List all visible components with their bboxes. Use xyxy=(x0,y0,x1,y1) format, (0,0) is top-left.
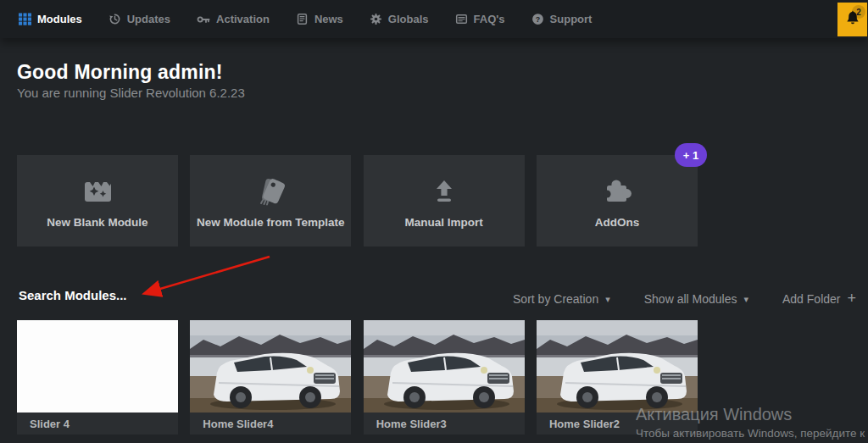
action-cards-row: New Blank Module New Module from Templat… xyxy=(17,155,698,246)
add-folder-button[interactable]: Add Folder + xyxy=(782,290,856,307)
nav-label: Globals xyxy=(388,13,429,25)
module-title: Home Slider4 xyxy=(203,418,273,430)
red-annotation-arrow xyxy=(134,251,280,305)
search-modules-input[interactable]: Search Modules... xyxy=(19,288,127,302)
new-module-from-template-card[interactable]: New Module from Template xyxy=(190,155,351,246)
puzzle-icon xyxy=(600,174,634,209)
caret-down-icon: ▾ xyxy=(743,294,748,305)
addons-count-badge[interactable]: + 1 xyxy=(675,143,707,167)
nav-label: Activation xyxy=(216,13,270,25)
svg-text:?: ? xyxy=(535,15,539,24)
sort-by-dropdown[interactable]: Sort by Creation ▾ xyxy=(513,292,610,306)
question-circle-icon: ? xyxy=(531,13,544,25)
nav-label: News xyxy=(314,13,343,25)
nav-item-globals[interactable]: Globals xyxy=(370,13,429,25)
module-card-home-slider3[interactable]: Home Slider3 xyxy=(364,320,525,435)
nav-label: Support xyxy=(550,13,593,25)
module-title: Home Slider3 xyxy=(376,418,447,430)
sort-by-label: Sort by Creation xyxy=(513,292,598,306)
nav-label: Updates xyxy=(127,13,170,25)
module-title: Home Slider2 xyxy=(549,418,620,430)
notification-count-badge: 2 xyxy=(852,5,865,19)
modules-grid: Slider 4 Home Slider4 Home Slider3 Home … xyxy=(17,320,698,435)
add-folder-label: Add Folder xyxy=(782,292,840,306)
action-card-label: New Module from Template xyxy=(197,216,345,229)
nav-label: Modules xyxy=(37,13,82,25)
nav-item-modules[interactable]: Modules xyxy=(19,13,82,25)
blank-module-icon xyxy=(81,174,114,209)
action-card-label: Manual Import xyxy=(405,216,483,229)
update-history-icon xyxy=(108,13,121,25)
show-modules-label: Show all Modules xyxy=(644,292,737,306)
module-title: Slider 4 xyxy=(30,418,70,430)
new-blank-module-card[interactable]: New Blank Module xyxy=(17,155,178,246)
plus-icon: + xyxy=(847,290,856,307)
manual-import-card[interactable]: Manual Import xyxy=(364,155,525,246)
module-card-slider-4[interactable]: Slider 4 xyxy=(17,320,178,435)
key-icon xyxy=(197,13,210,26)
nav-label: FAQ's xyxy=(474,13,505,25)
module-thumbnail xyxy=(17,320,178,413)
nav-item-support[interactable]: ? Support xyxy=(531,13,593,25)
modules-grid-icon xyxy=(19,13,31,25)
caret-down-icon: ▾ xyxy=(605,294,610,305)
version-subtitle: You are running Slider Revolution 6.2.23 xyxy=(17,86,245,100)
action-card-label: AddOns xyxy=(595,216,640,229)
nav-item-activation[interactable]: Activation xyxy=(197,13,270,26)
nav-item-news[interactable]: News xyxy=(296,13,343,25)
notifications-button[interactable]: 2 xyxy=(837,3,867,36)
upload-icon xyxy=(427,174,461,209)
nav-item-updates[interactable]: Updates xyxy=(108,13,170,25)
template-cards-icon xyxy=(253,174,287,209)
action-card-label: New Blank Module xyxy=(47,216,147,229)
nav-item-faqs[interactable]: FAQ's xyxy=(455,13,505,25)
show-modules-dropdown[interactable]: Show all Modules ▾ xyxy=(644,292,748,306)
top-navigation-bar: Modules Updates Activation News xyxy=(0,0,868,38)
news-book-icon xyxy=(296,13,309,25)
faq-doc-icon xyxy=(455,13,468,25)
module-thumbnail xyxy=(537,320,698,413)
addons-card[interactable]: AddOns xyxy=(537,155,698,246)
page-title: Good Morning admin! xyxy=(17,61,223,84)
module-thumbnail xyxy=(364,320,525,413)
module-card-home-slider2[interactable]: Home Slider2 xyxy=(537,320,698,435)
module-thumbnail xyxy=(190,320,351,413)
module-card-home-slider4[interactable]: Home Slider4 xyxy=(190,320,351,435)
gear-icon xyxy=(370,13,382,25)
modules-toolbar-right: Sort by Creation ▾ Show all Modules ▾ Ad… xyxy=(513,290,856,307)
